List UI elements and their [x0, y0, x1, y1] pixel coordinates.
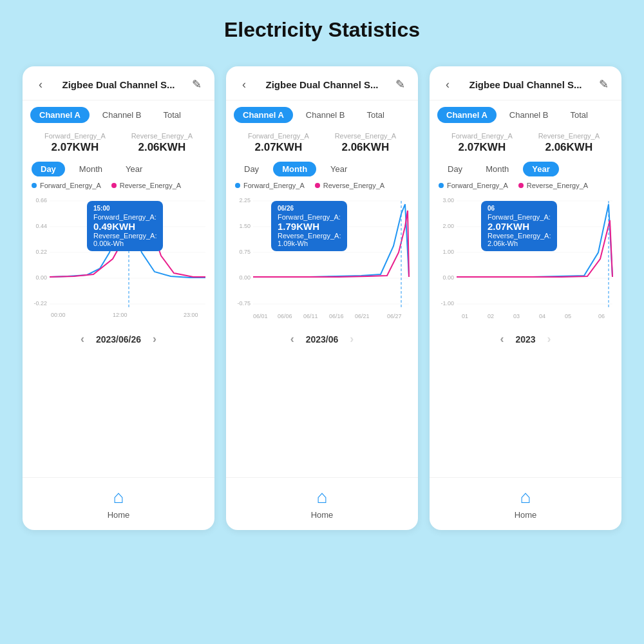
chart-year: 3.00 2.00 1.00 0.00 -1.00 01 02 [436, 194, 615, 323]
chart-svg-month: 2.25 1.50 0.75 0.00 -0.75 06/01 06/ [232, 194, 412, 323]
svg-text:0.44: 0.44 [35, 223, 47, 229]
home-label-day: Home [108, 510, 130, 520]
channel-a-tab-year[interactable]: Channel A [437, 107, 497, 123]
svg-text:06/21: 06/21 [355, 313, 370, 319]
edit-icon-day[interactable]: ✎ [187, 75, 205, 93]
time-tabs-month: Day Month Year [226, 156, 418, 179]
legend-forward-label-month: Forward_Energy_A [243, 182, 305, 189]
svg-text:0.00: 0.00 [442, 274, 454, 281]
panel-year: ‹ Zigbee Dual Channel S... ✎ Channel A C… [430, 66, 621, 530]
legend-reverse-year: Reverse_Energy_A [518, 182, 588, 189]
svg-text:2.00: 2.00 [442, 223, 454, 229]
svg-text:00:00: 00:00 [51, 312, 66, 318]
channel-tabs-month: Channel A Channel B Total [226, 100, 418, 127]
legend-forward-day: Forward_Energy_A [32, 182, 101, 189]
nav-prev-day[interactable]: ‹ [80, 332, 84, 346]
legend-dot-reverse-month [315, 183, 320, 188]
svg-text:2.25: 2.25 [239, 197, 251, 204]
bottom-nav-month: ⌂ Home [226, 477, 418, 530]
time-tabs-year: Day Month Year [430, 156, 621, 179]
forward-energy-day: Forward_Energy_A 2.07KWH [44, 132, 106, 154]
legend-year: Forward_Energy_A Reverse_Energy_A [430, 179, 621, 192]
channel-tabs-year: Channel A Channel B Total [430, 100, 621, 127]
panel-day-header: ‹ Zigbee Dual Channel S... ✎ [23, 66, 214, 100]
panels-row: ‹ Zigbee Dual Channel S... ✎ Channel A C… [23, 66, 621, 530]
page-title: Electricity Statistics [224, 0, 420, 53]
channel-b-tab-month[interactable]: Channel B [297, 107, 354, 123]
time-tabs-day: Day Month Year [23, 156, 214, 179]
nav-prev-year[interactable]: ‹ [500, 332, 504, 346]
legend-forward-year: Forward_Energy_A [439, 182, 508, 189]
energy-row-year: Forward_Energy_A 2.07KWH Reverse_Energy_… [430, 127, 621, 156]
svg-text:0.66: 0.66 [35, 197, 47, 204]
month-tab-month[interactable]: Month [273, 162, 316, 176]
nav-row-day: ‹ 2023/06/26 › [23, 326, 214, 352]
home-label-year: Home [515, 510, 537, 520]
nav-date-month: 2023/06 [306, 334, 339, 345]
edit-icon-month[interactable]: ✎ [391, 75, 409, 93]
month-tab-day[interactable]: Month [70, 162, 111, 176]
forward-label-year: Forward_Energy_A [451, 132, 513, 140]
legend-forward-month: Forward_Energy_A [235, 182, 305, 189]
home-icon-year[interactable]: ⌂ [520, 487, 531, 507]
chart-day: 0.66 0.44 0.22 0.00 -0.22 00:00 12: [29, 194, 208, 323]
svg-text:06/06: 06/06 [278, 313, 292, 319]
nav-next-day[interactable]: › [153, 332, 156, 346]
legend-reverse-label-month: Reverse_Energy_A [323, 182, 384, 189]
legend-dot-reverse-year [518, 183, 524, 188]
forward-value-day: 2.07KWH [52, 141, 99, 154]
svg-text:1.00: 1.00 [442, 249, 454, 255]
bottom-nav-day: ⌂ Home [23, 477, 214, 530]
panel-day-title: Zigbee Dual Channel S... [50, 79, 187, 90]
channel-b-tab-day[interactable]: Channel B [93, 107, 151, 123]
energy-row-day: Forward_Energy_A 2.07KWH Reverse_Energy_… [23, 127, 214, 156]
year-tab-day[interactable]: Year [117, 162, 151, 176]
year-tab-year[interactable]: Year [523, 162, 558, 176]
channel-a-tab-month[interactable]: Channel A [234, 107, 293, 123]
day-tab-year[interactable]: Day [439, 162, 471, 176]
svg-text:0.00: 0.00 [239, 274, 251, 281]
back-icon-day[interactable]: ‹ [32, 75, 50, 93]
home-icon-day[interactable]: ⌂ [113, 487, 124, 507]
nav-next-month[interactable]: › [350, 332, 354, 346]
svg-text:04: 04 [539, 313, 545, 319]
svg-text:05: 05 [565, 313, 571, 319]
day-tab-month[interactable]: Day [235, 162, 268, 176]
reverse-label-year: Reverse_Energy_A [538, 132, 600, 140]
reverse-energy-year: Reverse_Energy_A 2.06KWH [538, 132, 600, 154]
nav-prev-month[interactable]: ‹ [290, 332, 294, 346]
forward-energy-month: Forward_Energy_A 2.07KWH [248, 132, 309, 154]
chart-svg-year: 3.00 2.00 1.00 0.00 -1.00 01 02 [436, 194, 615, 323]
svg-text:0.22: 0.22 [35, 249, 47, 255]
channel-b-tab-year[interactable]: Channel B [500, 107, 558, 123]
panel-month-header: ‹ Zigbee Dual Channel S... ✎ [226, 66, 418, 100]
channel-tabs-day: Channel A Channel B Total [23, 100, 214, 127]
nav-next-year[interactable]: › [547, 332, 551, 346]
edit-icon-year[interactable]: ✎ [594, 75, 612, 93]
reverse-value-month: 2.06KWH [341, 141, 389, 154]
home-label-month: Home [311, 510, 334, 520]
svg-text:06/16: 06/16 [329, 313, 344, 319]
svg-text:01: 01 [462, 313, 468, 319]
channel-a-tab-day[interactable]: Channel A [30, 107, 90, 123]
svg-text:03: 03 [513, 313, 520, 319]
svg-text:-0.22: -0.22 [33, 300, 47, 307]
legend-month: Forward_Energy_A Reverse_Energy_A [226, 179, 418, 192]
forward-label-day: Forward_Energy_A [44, 132, 106, 140]
day-tab-day[interactable]: Day [32, 162, 65, 176]
svg-text:23:00: 23:00 [184, 312, 198, 318]
total-tab-month[interactable]: Total [358, 107, 393, 123]
reverse-energy-month: Reverse_Energy_A 2.06KWH [335, 132, 396, 154]
nav-date-day: 2023/06/26 [96, 334, 141, 345]
forward-value-year: 2.07KWH [459, 141, 506, 154]
total-tab-year[interactable]: Total [562, 107, 597, 123]
home-icon-month[interactable]: ⌂ [317, 487, 328, 507]
svg-text:06/11: 06/11 [303, 313, 318, 319]
reverse-energy-day: Reverse_Energy_A 2.06KWH [131, 132, 193, 154]
back-icon-year[interactable]: ‹ [439, 75, 457, 93]
month-tab-year[interactable]: Month [477, 162, 518, 176]
year-tab-month[interactable]: Year [321, 162, 356, 176]
legend-reverse-label-year: Reverse_Energy_A [527, 182, 588, 189]
total-tab-day[interactable]: Total [155, 107, 190, 123]
back-icon-month[interactable]: ‹ [235, 75, 253, 93]
